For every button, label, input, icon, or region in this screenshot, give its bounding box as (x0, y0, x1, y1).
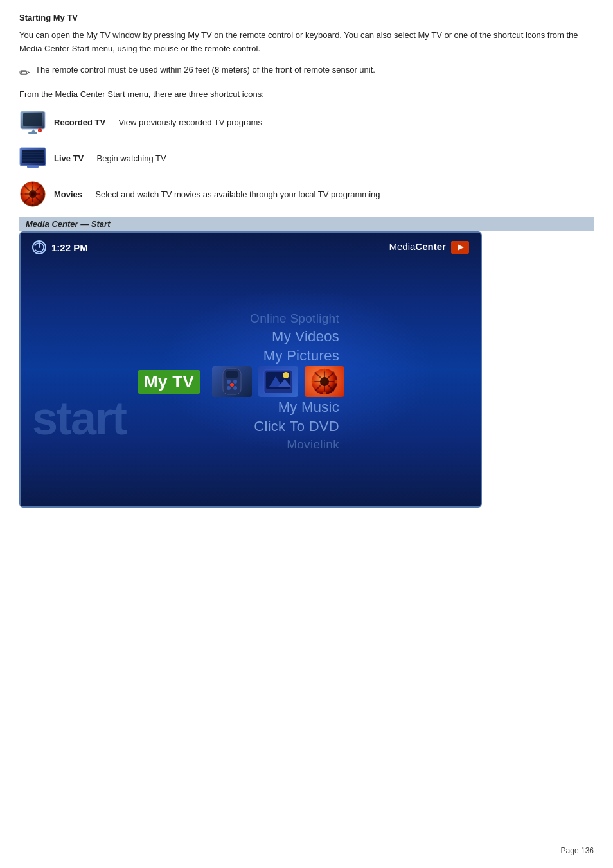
svg-point-25 (31, 202, 34, 204)
movies-desc: Select and watch TV movies as available … (95, 190, 380, 199)
mc-logo: MediaCenter (389, 241, 469, 254)
svg-point-24 (31, 184, 34, 186)
svg-point-28 (35, 243, 44, 252)
mc-menu-item-online-spotlight[interactable]: Online Spotlight (245, 311, 344, 326)
recorded-tv-dash: — (108, 118, 119, 127)
svg-point-56 (323, 392, 326, 395)
svg-rect-33 (226, 371, 238, 378)
svg-rect-12 (27, 166, 39, 168)
svg-point-37 (233, 386, 237, 390)
intro-text: You can open the My TV window by pressin… (19, 29, 594, 56)
live-tv-desc: Begin watching TV (97, 154, 166, 163)
svg-point-27 (40, 193, 43, 195)
svg-rect-3 (28, 132, 37, 134)
mc-logo-center: Center (415, 241, 446, 252)
mc-body: start Online Spotlight My Videos My Pict… (21, 254, 481, 496)
svg-point-58 (335, 380, 338, 384)
mc-logo-media: Media (389, 241, 415, 252)
svg-point-55 (323, 369, 326, 372)
note-text: The remote control must be used within 2… (35, 64, 375, 76)
mc-start-watermark: start (32, 392, 126, 445)
svg-point-15 (31, 192, 35, 196)
svg-point-38 (230, 383, 234, 387)
recorded-tv-icon (19, 109, 46, 136)
mc-menu-item-my-tv[interactable]: My TV (138, 370, 200, 394)
page-footer: Page 136 (561, 846, 594, 855)
media-center-window: 1:22 PM MediaCenter start Online Spotlig… (19, 231, 482, 508)
shortcut-movies: Movies — Select and watch TV movies as a… (19, 181, 594, 208)
mc-menu-item-my-tv-row: My TV (138, 366, 344, 397)
mc-center-content: Online Spotlight My Videos My Pictures M… (138, 311, 364, 452)
shortcut-recorded-tv-text: Recorded TV — View previously recorded T… (54, 116, 262, 129)
mc-icon-movies-thumb (305, 366, 344, 397)
svg-rect-29 (39, 242, 40, 247)
movies-label: Movies (54, 190, 82, 199)
svg-point-43 (283, 372, 289, 378)
live-tv-icon (19, 145, 46, 172)
note-icon: ✏ (19, 65, 30, 80)
shortcut-live-tv-text: Live TV — Begin watching TV (54, 152, 166, 165)
svg-point-34 (227, 380, 231, 384)
shortcut-live-tv: Live TV — Begin watching TV (19, 145, 594, 172)
svg-point-36 (227, 386, 231, 390)
mc-menu-item-my-videos[interactable]: My Videos (267, 328, 344, 346)
mc-icon-remote (212, 366, 252, 397)
svg-point-46 (323, 380, 326, 384)
mc-icon-photos (258, 366, 298, 397)
mc-icons-row (212, 366, 344, 397)
mc-logo-icon (451, 241, 469, 254)
svg-point-26 (22, 193, 25, 195)
recorded-tv-label: Recorded TV (54, 118, 105, 127)
mc-menu: Online Spotlight My Videos My Pictures M… (138, 311, 344, 452)
svg-point-57 (312, 380, 315, 384)
shortcut-recorded-tv: Recorded TV — View previously recorded T… (19, 109, 594, 136)
shortcuts-intro-text: From the Media Center Start menu, there … (19, 88, 594, 102)
svg-rect-1 (23, 113, 42, 126)
recorded-tv-desc: View previously recorded TV programs (118, 118, 262, 127)
note-block: ✏ The remote control must be used within… (19, 64, 594, 80)
svg-rect-7 (22, 150, 44, 163)
mc-time: 1:22 PM (51, 242, 88, 253)
shortcut-movies-text: Movies — Select and watch TV movies as a… (54, 188, 380, 201)
mc-time-block: 1:22 PM (32, 240, 88, 254)
svg-point-5 (39, 130, 41, 132)
section-title: Starting My TV (19, 13, 594, 22)
movies-icon (19, 181, 46, 208)
mc-menu-item-movielink[interactable]: Movielink (281, 437, 344, 452)
mc-menu-item-my-music[interactable]: My Music (273, 398, 344, 416)
mc-header: 1:22 PM MediaCenter (21, 233, 481, 254)
mc-menu-item-click-to-dvd[interactable]: Click To DVD (249, 418, 344, 436)
media-center-caption: Media Center — Start (19, 217, 594, 231)
live-tv-label: Live TV (54, 154, 84, 163)
mc-menu-item-my-pictures[interactable]: My Pictures (258, 347, 344, 365)
svg-point-35 (233, 380, 237, 384)
power-icon[interactable] (32, 240, 46, 254)
